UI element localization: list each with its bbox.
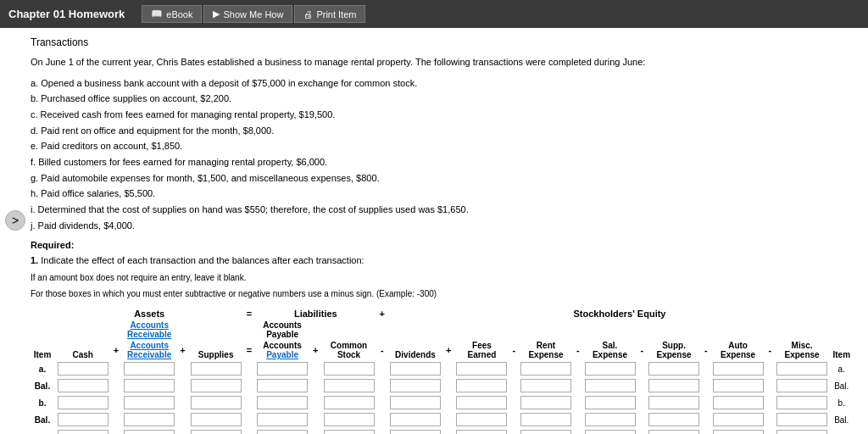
input-a-common-stock[interactable]: [324, 362, 375, 376]
input-bal-a-dividends[interactable]: [390, 379, 441, 392]
input-bal-b-rent-expense[interactable]: [520, 413, 571, 426]
cell-c-common-stock[interactable]: [320, 428, 377, 434]
cell-b-misc-expense[interactable]: [773, 394, 830, 411]
cell-bal-b-acct-pay[interactable]: [253, 411, 310, 428]
expenses-link[interactable]: expenses: [110, 173, 150, 183]
cell-bal-a-fees-earned[interactable]: [453, 377, 510, 394]
input-b-acct-pay[interactable]: [257, 396, 308, 409]
input-a-auto-expense[interactable]: [713, 362, 764, 376]
input-b-sal-expense[interactable]: [585, 396, 636, 409]
input-bal-a-misc-expense[interactable]: [776, 379, 827, 392]
input-b-supp-expense[interactable]: [648, 396, 699, 409]
cell-c-fees-earned[interactable]: [453, 428, 510, 434]
input-bal-b-cash[interactable]: [58, 413, 108, 426]
ebook-button[interactable]: 📖 eBook: [142, 5, 202, 23]
cell-bal-a-sal-expense[interactable]: [581, 377, 638, 394]
input-bal-a-cash[interactable]: [58, 379, 108, 392]
cell-b-common-stock[interactable]: [320, 394, 377, 411]
business-link[interactable]: business: [85, 78, 121, 88]
cell-bal-a-common-stock[interactable]: [320, 377, 377, 394]
input-c-fees-earned[interactable]: [456, 430, 507, 434]
nav-arrow-button[interactable]: >: [5, 210, 25, 231]
input-a-sal-expense[interactable]: [585, 362, 636, 376]
cell-bal-a-acct-recv[interactable]: [120, 377, 177, 394]
cell-bal-a-auto-expense[interactable]: [709, 377, 766, 394]
input-b-auto-expense[interactable]: [713, 396, 764, 409]
cell-bal-a-supplies[interactable]: [187, 377, 244, 394]
cell-b-acct-recv[interactable]: [120, 394, 177, 411]
cell-c-dividends[interactable]: [387, 428, 443, 434]
input-bal-b-supp-expense[interactable]: [648, 413, 699, 426]
input-a-misc-expense[interactable]: [776, 362, 827, 376]
cell-bal-a-supp-expense[interactable]: [645, 377, 702, 394]
cell-a-auto-expense[interactable]: [709, 360, 766, 377]
input-b-common-stock[interactable]: [324, 396, 375, 409]
input-b-fees-earned[interactable]: [456, 396, 507, 409]
cell-a-misc-expense[interactable]: [773, 360, 830, 377]
input-bal-b-auto-expense[interactable]: [713, 413, 764, 426]
input-a-supp-expense[interactable]: [648, 362, 699, 376]
input-bal-a-common-stock[interactable]: [324, 379, 375, 392]
input-b-cash[interactable]: [58, 396, 108, 409]
cell-c-auto-expense[interactable]: [709, 428, 766, 434]
input-bal-a-acct-recv[interactable]: [124, 379, 175, 392]
input-bal-a-supp-expense[interactable]: [648, 379, 699, 392]
input-a-cash[interactable]: [58, 362, 108, 376]
input-bal-b-dividends[interactable]: [390, 413, 441, 426]
cell-bal-a-acct-pay[interactable]: [253, 377, 310, 394]
input-a-acct-pay[interactable]: [257, 362, 308, 376]
cell-c-acct-pay[interactable]: [253, 428, 310, 434]
cell-c-sal-expense[interactable]: [581, 428, 638, 434]
cell-bal-b-sal-expense[interactable]: [581, 411, 638, 428]
input-c-misc-expense[interactable]: [776, 430, 827, 434]
cell-a-acct-recv[interactable]: [120, 360, 177, 377]
cell-a-fees-earned[interactable]: [453, 360, 510, 377]
show-me-how-button[interactable]: ▶ Show Me How: [203, 5, 292, 23]
cell-bal-b-dividends[interactable]: [387, 411, 443, 428]
cell-bal-b-acct-recv[interactable]: [120, 411, 177, 428]
input-a-supplies[interactable]: [191, 362, 242, 376]
input-c-common-stock[interactable]: [324, 430, 375, 434]
cell-b-supplies[interactable]: [187, 394, 244, 411]
cell-a-rent-expense[interactable]: [517, 360, 574, 377]
cell-a-sal-expense[interactable]: [581, 360, 638, 377]
input-b-acct-recv[interactable]: [124, 396, 175, 409]
input-b-supplies[interactable]: [191, 396, 242, 409]
cell-b-acct-pay[interactable]: [253, 394, 310, 411]
cell-bal-b-supplies[interactable]: [187, 411, 244, 428]
cell-bal-b-fees-earned[interactable]: [453, 411, 510, 428]
input-bal-a-fees-earned[interactable]: [456, 379, 507, 392]
input-a-dividends[interactable]: [390, 362, 441, 376]
print-button[interactable]: 🖨 Print Item: [294, 5, 365, 23]
cell-a-cash[interactable]: [54, 360, 111, 377]
input-c-acct-recv[interactable]: [124, 430, 175, 434]
input-bal-a-acct-pay[interactable]: [257, 379, 308, 392]
input-c-rent-expense[interactable]: [520, 430, 571, 434]
cell-a-common-stock[interactable]: [320, 360, 377, 377]
cell-c-rent-expense[interactable]: [517, 428, 574, 434]
cell-b-fees-earned[interactable]: [453, 394, 510, 411]
input-bal-b-misc-expense[interactable]: [776, 413, 827, 426]
cell-bal-b-supp-expense[interactable]: [645, 411, 702, 428]
input-bal-a-sal-expense[interactable]: [585, 379, 636, 392]
cell-bal-a-misc-expense[interactable]: [773, 377, 830, 394]
cell-bal-b-auto-expense[interactable]: [709, 411, 766, 428]
cell-b-sal-expense[interactable]: [581, 394, 638, 411]
input-a-acct-recv[interactable]: [124, 362, 175, 376]
cell-c-acct-recv[interactable]: [120, 428, 177, 434]
input-bal-a-auto-expense[interactable]: [713, 379, 764, 392]
cell-c-misc-expense[interactable]: [773, 428, 830, 434]
input-bal-a-rent-expense[interactable]: [520, 379, 571, 392]
cell-b-supp-expense[interactable]: [645, 394, 702, 411]
input-bal-b-common-stock[interactable]: [324, 413, 375, 426]
cell-c-cash[interactable]: [54, 428, 111, 434]
cell-a-supplies[interactable]: [187, 360, 244, 377]
input-c-supp-expense[interactable]: [648, 430, 699, 434]
input-c-sal-expense[interactable]: [585, 430, 636, 434]
cell-b-auto-expense[interactable]: [709, 394, 766, 411]
cell-a-supp-expense[interactable]: [645, 360, 702, 377]
cell-a-dividends[interactable]: [387, 360, 443, 377]
cell-a-acct-pay[interactable]: [253, 360, 310, 377]
cell-bal-b-common-stock[interactable]: [320, 411, 377, 428]
fees-earned-link[interactable]: fees earned: [125, 109, 175, 120]
